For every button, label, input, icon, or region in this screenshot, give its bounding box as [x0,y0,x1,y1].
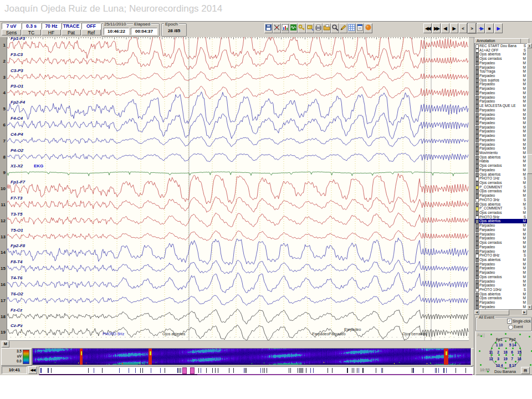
annotation-list-item[interactable]: ParpadeoM [475,193,527,198]
page-back-icon[interactable]: < [459,23,467,33]
event-timeline-bar[interactable] [39,366,473,375]
field-button-pat[interactable]: Pat [62,29,81,35]
key-icon[interactable] [298,23,306,33]
annotation-list-item[interactable]: ParpadeoM [475,61,527,65]
annotation-list-item[interactable]: Tos/TragaM [475,69,527,74]
annotation-hscrollbar[interactable]: ◀ ▶ [474,310,527,315]
field-button-ref[interactable]: Ref [81,29,101,35]
annotation-list[interactable]: REC START Dou BanaSA1+A2 OFFSOjos abiert… [474,43,528,310]
current-time-field[interactable]: 10:46:22 [104,28,129,35]
annotation-list-item[interactable]: Ojos cerradosM [475,57,527,61]
annotation-list-item[interactable]: ParpadeoM [475,283,527,288]
step-back-icon[interactable]: ◀ [441,23,449,33]
annotation-list-item[interactable]: ParpadeoM [475,300,527,305]
annotation-list-item[interactable]: ParpadeoM [475,249,527,254]
annotation-list-item[interactable]: ParpadeoM [475,95,527,100]
annotation-list-item[interactable]: Ojos abiertosM [475,155,527,160]
annotation-list-item[interactable]: ParpadeoM [475,228,527,232]
annotation-list-item[interactable]: Ojos abiertosM [475,258,527,262]
annotation-list-item[interactable]: Ojos sujetosM [475,78,527,83]
annotation-list-item[interactable]: Ojos abiertosM [475,292,527,296]
annotation-list-item[interactable]: ParpadeoM [475,91,527,95]
spectrogram-strip[interactable] [32,348,471,365]
annotation-list-item[interactable]: ParpadeoM [475,121,527,125]
annotation-list-item[interactable]: ParpadeoM [475,305,527,309]
report-icon[interactable] [356,23,364,33]
print-icon[interactable] [314,23,323,33]
timeline-position-marker[interactable] [182,367,187,374]
annotation-list-item[interactable]: ParpadeoM [475,99,527,104]
single-click-checkbox[interactable]: ✓ [507,319,512,324]
annotation-list-item[interactable]: ParpadeoM [475,134,527,138]
annotation-list-item[interactable]: Ojos cerradosM [475,241,527,245]
annotation-list-item[interactable]: Ojos abiertosM [475,172,527,177]
annotation-list-item[interactable]: ParpadeoM [475,138,527,142]
chart-icon[interactable] [281,23,289,33]
annotation-list-item[interactable]: ParpadeoM [475,125,527,130]
scroll-up-icon[interactable]: ▲ [527,43,532,48]
field-button-sens[interactable]: Sens [2,29,21,35]
tag-icon[interactable] [306,23,314,33]
save-icon[interactable] [264,23,273,33]
annotation-list-item[interactable]: HablaM [475,159,527,163]
annotation-list-item[interactable]: ParpadeoM [475,223,527,228]
timeline-position-marker[interactable] [190,367,195,374]
globe-icon[interactable] [364,23,372,33]
annotation-list-item[interactable]: ParpadeoM [475,142,527,147]
annotation-list-item[interactable]: ParpadeoM [475,86,527,91]
annotation-list-item[interactable]: P_COMMENTS [475,185,527,190]
annotation-list-item[interactable]: ParpadeoM [475,116,527,121]
eeg-trace-area[interactable]: Fp1-F3F3-C3C3-P3P3-O1Fp2-F4F4-C4C4-P4P4-… [7,37,469,341]
annotation-list-item[interactable]: Ojos abiertosM [475,52,527,57]
zoom-icon[interactable] [331,23,339,33]
timeline-rewind-button[interactable]: ◀◀ [28,366,37,374]
annotation-list-item[interactable]: ParpadeoM [475,279,527,284]
stop-icon[interactable]: ■ [485,23,494,33]
annotation-list-item[interactable]: Ojos cerradosM [475,189,527,193]
field-button-tc[interactable]: TC [22,29,41,35]
annotation-list-item[interactable]: Ojos cerradosM [475,163,527,168]
marker-m-button[interactable]: M [2,341,9,347]
montage-name-label[interactable]: Dou Banana [494,370,516,374]
annotation-list-item[interactable]: P_COMMENTS [475,206,527,211]
annotation-vscrollbar[interactable]: ▲ ▼ [527,43,532,310]
annotation-list-item[interactable]: Ojos cerradosM [475,296,527,300]
scroll-down-icon[interactable]: ▼ [527,305,532,310]
annotation-list-item[interactable]: REC START Dou BanaS [475,44,527,48]
annotation-list-item[interactable]: PHOTO 5HzS [475,215,527,219]
annotation-list-item[interactable]: ParpadeoM [475,129,527,134]
step-forward-icon[interactable]: ▶ [450,23,458,33]
rewind-fast-icon[interactable]: ◀◀ [423,23,432,33]
annotation-list-item[interactable]: PHOTO 10HzS [475,288,527,292]
event-radio[interactable] [508,325,513,330]
annotation-list-item[interactable]: Ojos abiertosM [475,219,527,223]
hscroll-thumb[interactable] [479,310,509,315]
play-icon[interactable]: ▶ [494,23,503,33]
annotation-list-item[interactable]: ParpadeoM [475,82,527,86]
annotation-list-item[interactable]: ParpadeoM [475,168,527,172]
annotation-list-item[interactable]: ParpadeoM [475,266,527,270]
annotation-list-item[interactable]: ParpadeoM [475,74,527,78]
forward-fast-icon[interactable]: ▶▶ [432,23,441,33]
annotation-list-item[interactable]: ParpadeoM [475,270,527,275]
annotation-list-item[interactable]: ParpadeoM [475,65,527,70]
annotation-list-item[interactable]: MovimientoM [475,151,527,155]
annotation-list-item[interactable]: PHOTO 8HzS [475,253,527,258]
export-icon[interactable] [323,23,331,33]
annotation-list-item[interactable]: ParpadeoM [475,232,527,237]
field-button-hf[interactable]: HF [42,29,61,35]
montage-dialog-button[interactable]: ▤ [521,367,530,374]
goto-event-icon[interactable]: +▶ [477,23,485,33]
annotation-list-item[interactable]: Ojos cerradosM [475,181,527,185]
annotation-list-item[interactable]: PHOTO 3HzS [475,198,527,202]
annotation-list-item[interactable]: PHOTO 1HzS [475,176,527,181]
annotation-list-item[interactable]: Ojos cerradosM [475,211,527,215]
montage-icon[interactable] [289,23,298,33]
pencil-icon[interactable] [339,23,347,33]
annotation-list-item[interactable]: Ojos abiertosM [475,202,527,207]
vscroll-thumb[interactable] [527,154,532,174]
annotation-list-item[interactable]: LE MOLESTA QUE LEM [475,104,527,108]
scroll-right-icon[interactable]: ▶ [522,310,527,315]
scissors-icon[interactable] [273,23,281,33]
annotation-list-item[interactable]: ParpadeoM [475,112,527,117]
